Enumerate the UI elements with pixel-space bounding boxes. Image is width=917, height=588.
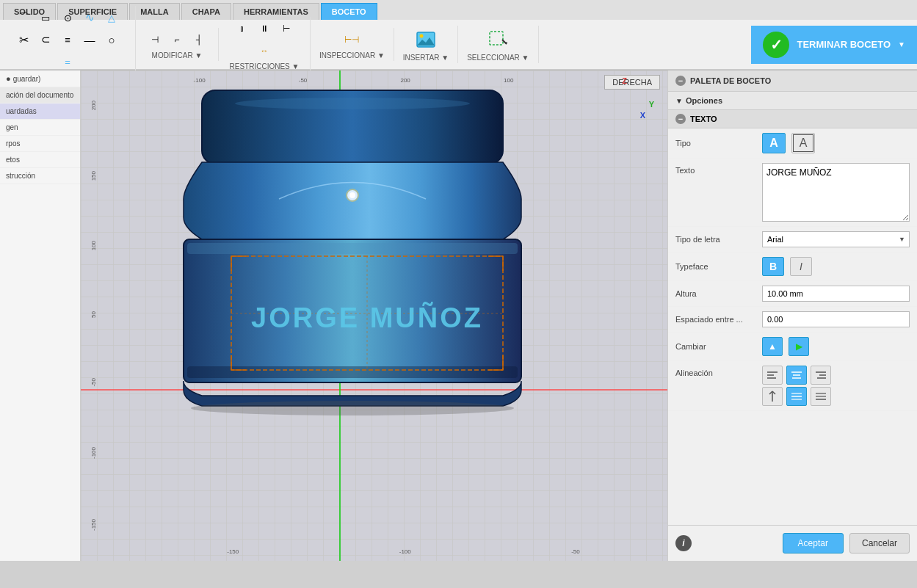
- modificar-label[interactable]: MODIFICAR ▼: [152, 51, 203, 59]
- altura-row: Altura: [668, 281, 917, 307]
- texto-section-header: − TEXTO: [668, 110, 917, 128]
- lines-icon[interactable]: ≡: [57, 29, 78, 50]
- dash-icon[interactable]: —: [79, 29, 100, 50]
- svg-rect-2: [490, 32, 503, 45]
- restricciones-label[interactable]: RESTRICCIONES ▼: [230, 62, 300, 70]
- insertar-icons: [413, 27, 438, 52]
- tab-boceto[interactable]: BOCETO: [321, 3, 377, 20]
- curve-icon[interactable]: ∿: [79, 7, 100, 28]
- terminar-arrow-icon: ▼: [898, 40, 905, 48]
- altura-label: Altura: [675, 289, 756, 298]
- sidebar-item-guardadas[interactable]: uardadas: [0, 104, 80, 120]
- svg-point-22: [191, 401, 514, 415]
- svg-rect-8: [187, 243, 518, 254]
- tipo-outline-btn[interactable]: A: [791, 133, 815, 153]
- seleccionar-icons: [485, 27, 510, 52]
- tab-bar: SOLIDO SUPERFICIE MALLA CHAPA HERRAMIENT…: [0, 0, 917, 20]
- sidebar-item-doc[interactable]: ación del documento: [0, 87, 80, 104]
- align-right-button[interactable]: [811, 366, 831, 385]
- minus-btn[interactable]: −: [675, 76, 686, 86]
- restricciones-icons: ⫾ ⏸ ⊢ ↔: [228, 18, 301, 61]
- sidebar-item-gen[interactable]: gen: [0, 120, 80, 136]
- altura-input[interactable]: [762, 286, 910, 302]
- trim2-icon[interactable]: ⊢: [276, 18, 297, 39]
- insertar-label[interactable]: INSERTAR ▼: [403, 54, 449, 62]
- triangle-icon[interactable]: △: [101, 7, 122, 28]
- sidebar: ● guardar) ación del documento uardadas …: [0, 70, 81, 561]
- terminar-boceto-section: ✓ TERMINAR BOCETO ▼: [751, 26, 917, 64]
- sidebar-item-rpos[interactable]: rpos: [0, 136, 80, 152]
- info-icon[interactable]: i: [675, 535, 692, 551]
- toolbar-icon-row: ⌒ ▭ ⊙ ∿ △ ✂ ⊂ ≡ — ○ = CREAR ▼ ⊣ ⌐ ┤ MODI…: [0, 20, 917, 70]
- texto-input[interactable]: JORGE MUÑOZ: [762, 163, 910, 222]
- aceptar-button[interactable]: Aceptar: [783, 533, 844, 553]
- axis-z-label: Z: [622, 76, 627, 85]
- flip-right-button[interactable]: ▶: [789, 337, 809, 356]
- panel-footer: i Aceptar Cancelar: [668, 525, 917, 561]
- seleccionar-label[interactable]: SELECCIONAR ▼: [467, 54, 529, 62]
- tipo-letra-row: Tipo de letra Arial Times New Roman Cour…: [668, 227, 917, 253]
- tipo-label: Tipo: [675, 139, 756, 148]
- inspeccionar-label[interactable]: INSPECCIONAR ▼: [319, 51, 385, 59]
- arc-icon[interactable]: ⌒: [13, 7, 34, 28]
- offset-icon[interactable]: ⊣: [145, 29, 165, 50]
- sidebar-item-etos[interactable]: etos: [0, 152, 80, 168]
- main-area: ● guardar) ación del documento uardadas …: [0, 70, 917, 561]
- trim-icon[interactable]: ⌐: [167, 29, 187, 50]
- opciones-section[interactable]: ▼ Opciones: [668, 92, 917, 110]
- bold-button[interactable]: B: [762, 257, 784, 276]
- alineacion-grid: [762, 366, 833, 406]
- horiz-lines-icon[interactable]: ⏸: [254, 18, 275, 39]
- tab-malla[interactable]: MALLA: [129, 3, 180, 20]
- ruler-bottom: -150 -100 -50: [147, 548, 660, 555]
- dim-icon[interactable]: ↔: [254, 40, 275, 61]
- cambiar-row: Cambiar ▲ ▶: [668, 333, 917, 361]
- cancelar-button[interactable]: Cancelar: [849, 533, 910, 553]
- right-panel: − PALETA DE BOCETO ▼ Opciones − TEXTO Ti…: [667, 70, 917, 561]
- svg-point-4: [235, 98, 470, 109]
- svg-point-1: [419, 35, 423, 38]
- align-top-button[interactable]: [762, 387, 783, 406]
- espaciado-label: Espaciado entre ...: [675, 315, 756, 324]
- extend-icon[interactable]: ┤: [189, 29, 209, 50]
- texto-row: Texto JORGE MUÑOZ: [668, 159, 917, 227]
- vert-lines-icon[interactable]: ⫾: [232, 18, 253, 39]
- toolbar-group-restricciones: ⫾ ⏸ ⊢ ↔ RESTRICCIONES ▼: [219, 17, 311, 72]
- align-center-button[interactable]: [786, 366, 807, 385]
- terminar-boceto-button[interactable]: ✓ TERMINAR BOCETO ▼: [763, 32, 905, 58]
- 3d-object: JORGE MUÑOZ: [162, 81, 543, 421]
- texto-minus-btn[interactable]: −: [675, 114, 686, 124]
- tipo-letra-select[interactable]: Arial Times New Roman Courier New: [762, 231, 910, 247]
- svg-rect-9: [187, 366, 518, 378]
- canvas[interactable]: 200 150 100 50 -50 -100 -150 -100 -50 20…: [81, 70, 667, 561]
- toolbar-group-seleccionar: SELECCIONAR ▼: [458, 26, 538, 63]
- image-icon[interactable]: [413, 27, 438, 52]
- tipo-filled-btn[interactable]: A: [762, 133, 786, 153]
- horseshoe-icon[interactable]: ⊂: [35, 29, 56, 50]
- texto-label: Texto: [675, 163, 756, 175]
- svg-point-6: [349, 192, 355, 198]
- scissors-icon[interactable]: ✂: [13, 29, 34, 50]
- alineacion-label: Alineación: [675, 366, 756, 377]
- espaciado-input[interactable]: [762, 311, 910, 327]
- select-rect-icon[interactable]: [485, 27, 510, 52]
- panel-header: − PALETA DE BOCETO: [668, 70, 917, 92]
- align-bottom-button[interactable]: [811, 387, 831, 406]
- flip-up-button[interactable]: ▲: [762, 337, 783, 356]
- circle-icon: ●: [6, 74, 11, 83]
- toolbar: SOLIDO SUPERFICIE MALLA CHAPA HERRAMIENT…: [0, 0, 917, 70]
- measure-icon[interactable]: ⊢⊣: [341, 29, 362, 50]
- circle-dotted-icon[interactable]: ⊙: [57, 7, 78, 28]
- rect-icon[interactable]: ▭: [35, 7, 56, 28]
- italic-button[interactable]: I: [790, 257, 812, 276]
- view-label: DERECHA: [604, 75, 660, 90]
- sidebar-item-struccion[interactable]: strucción: [0, 168, 80, 184]
- tipo-row: Tipo A A: [668, 128, 917, 159]
- typeface-label: Typeface: [675, 262, 756, 271]
- tipo-letra-select-wrapper: Arial Times New Roman Courier New ▼: [762, 231, 910, 247]
- align-left-button[interactable]: [762, 366, 783, 385]
- align-middle-button[interactable]: [786, 387, 807, 406]
- equals-icon[interactable]: =: [57, 51, 78, 72]
- circle-icon[interactable]: ○: [101, 29, 122, 50]
- sidebar-item-guardar[interactable]: ● guardar): [0, 70, 80, 87]
